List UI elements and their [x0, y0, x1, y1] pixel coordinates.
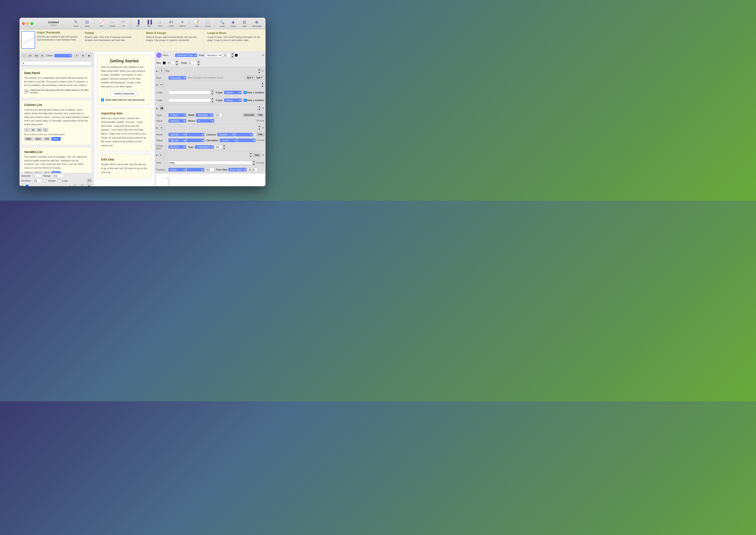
toolbar-plot[interactable]: 📈 Plot	[96, 19, 106, 28]
size-select[interactable]: Automatic	[169, 76, 186, 80]
save-icon[interactable]: 💾	[87, 178, 92, 183]
draw-x-numbers-checkbox[interactable]	[244, 91, 247, 94]
loop-checkbox[interactable]	[58, 179, 61, 182]
panel-view-list[interactable]: ≡	[74, 54, 79, 58]
bars-section-toggle[interactable]: ▶ ▐▐ ▲ ▼ ⚙ Type: X Bars	[155, 104, 265, 124]
rows-down[interactable]: ▼	[258, 128, 261, 131]
position-coords[interactable]	[205, 168, 214, 171]
bars-width-input[interactable]	[214, 113, 222, 117]
rows-up[interactable]: ▲	[258, 125, 261, 128]
text-hide-btn[interactable]: Hide	[253, 154, 261, 157]
range-input[interactable]	[53, 174, 64, 178]
duration-input[interactable]	[33, 179, 42, 183]
close-button[interactable]	[22, 22, 25, 25]
rows-hide-btn[interactable]: Hide	[256, 133, 264, 136]
y-title-down[interactable]: ▼	[211, 100, 214, 103]
x-type-select[interactable]: Linear	[224, 91, 242, 94]
toolbar-draw[interactable]: ✎ Draw	[71, 19, 81, 28]
pen-color-dot[interactable]	[163, 62, 166, 64]
rows-type-up[interactable]: ▲	[223, 144, 226, 147]
pen-input[interactable]	[167, 61, 175, 65]
panel-toolbar-icon4[interactable]: 01	[40, 54, 45, 58]
title-down[interactable]: ▼	[258, 71, 261, 74]
columns-stepper-select[interactable]	[235, 133, 253, 136]
font-size-up[interactable]: ▲	[231, 52, 234, 55]
bars-hide-btn[interactable]: Hide	[256, 113, 264, 117]
axis-section-toggle[interactable]: ▶ XY ▲ ▼ X title: ▲ ▼	[155, 81, 265, 104]
rows-type-down[interactable]: ▼	[223, 147, 226, 150]
main-gear-icon[interactable]: ⚙	[262, 54, 264, 57]
panel-toolbar-icon2[interactable]: ab	[27, 54, 33, 58]
position-coords2[interactable]	[247, 168, 257, 171]
toolbar-legend[interactable]: ≡ Legend	[177, 19, 187, 28]
toolbar-loupe[interactable]: 🔍 Loupe	[217, 19, 227, 28]
pen-up[interactable]: ▲	[175, 60, 178, 63]
toolbar-bar[interactable]: ▐ Bar	[133, 19, 143, 28]
play-button[interactable]: ▶	[73, 184, 78, 186]
toolbar-data[interactable]: ⊟ Data	[239, 19, 249, 28]
slider-btn-1[interactable]: Slider	[24, 137, 33, 141]
rows-toggle-row[interactable]: ▶ ⊟ ▲ ▼ ⚙	[155, 124, 265, 132]
toolbar-group[interactable]: ⬚ Group	[203, 19, 213, 28]
other-btn-2[interactable]: Other:	[51, 171, 61, 173]
text-up[interactable]: ▲	[249, 152, 252, 155]
pen-down[interactable]: ▼	[175, 63, 178, 66]
font-size-input[interactable]	[223, 53, 230, 57]
x-title-down[interactable]: ▼	[211, 93, 214, 96]
title-gear-icon[interactable]: ⚙	[262, 70, 264, 72]
animate-input[interactable]	[33, 174, 41, 178]
draw-y-numbers-checkbox[interactable]	[244, 99, 247, 102]
panel-speaker[interactable]: ◉	[87, 54, 92, 58]
panel-toolbar-icon3[interactable]: f(x)	[34, 54, 39, 58]
community-button[interactable]: Online Community	[110, 91, 138, 96]
toolbar-pivot[interactable]: ↕ Pivot	[155, 19, 165, 28]
rows-select[interactable]: Specify...	[169, 133, 186, 136]
graph-thumbnail[interactable]	[21, 31, 35, 49]
font-family-select[interactable]: Helvetica	[204, 53, 222, 57]
maximize-button[interactable]	[31, 22, 33, 25]
text-val-up[interactable]: ▲	[252, 160, 255, 163]
rows-type-select[interactable]: X Standard	[195, 145, 214, 149]
x-title-input[interactable]	[169, 91, 211, 94]
text-input[interactable]	[169, 161, 252, 164]
font-size-down[interactable]: ▼	[231, 55, 234, 58]
text-btn-2[interactable]: Text	[43, 171, 50, 173]
bars-where-select[interactable]: #	[197, 119, 214, 123]
position-stepper-select[interactable]	[187, 168, 204, 171]
bars-type-select[interactable]: X Bars	[169, 113, 186, 117]
bars-value-select[interactable]: Nothing	[169, 119, 186, 123]
point-up[interactable]: ▲	[197, 60, 200, 63]
anim-slider[interactable]	[25, 184, 68, 186]
toolbar-add-graph[interactable]: ⊕ Add Graph	[251, 19, 263, 28]
title-up[interactable]: ▲	[258, 68, 261, 71]
bars-down[interactable]: ▼	[258, 108, 261, 111]
toolbar-fit[interactable]: 〰 Fit	[119, 19, 128, 28]
rows-value-stepper-select[interactable]	[187, 139, 204, 142]
bars-automatic-btn[interactable]: Automatic	[243, 113, 256, 117]
search-input[interactable]	[21, 61, 92, 65]
panel-view-grid[interactable]: ⊞	[80, 54, 86, 58]
title-section-toggle[interactable]: ▶ T Title: ▲ ▼ ⚙ Size: Automatic	[155, 67, 265, 81]
y-type-select[interactable]: Linear	[224, 99, 242, 102]
toolbar-note[interactable]: 📝 Note	[192, 19, 202, 28]
font-select[interactable]: Common Font	[175, 53, 197, 57]
other-select[interactable]	[54, 54, 72, 57]
slider-btn-2[interactable]: Slider	[24, 171, 33, 173]
text-btn-1[interactable]: Text	[43, 137, 50, 141]
y-title-up[interactable]: ▲	[211, 97, 214, 100]
bars-up[interactable]: ▲	[258, 105, 261, 108]
toolbar-bars[interactable]: ▐▐ Bars	[144, 19, 154, 28]
rows-gear-icon[interactable]: ⚙	[262, 126, 264, 129]
other-btn-1[interactable]: Other:	[51, 137, 61, 141]
position-select[interactable]: Inside	[169, 168, 186, 171]
y-title-input[interactable]	[169, 99, 211, 102]
rows-type-number[interactable]	[215, 145, 223, 149]
value-btn-1[interactable]: Value	[34, 137, 42, 141]
split-y-btn[interactable]: Split Y	[255, 76, 264, 80]
toolbar-label2[interactable]: 🏷 Label	[166, 19, 176, 28]
rows-value-select[interactable]: Specify...	[169, 139, 186, 142]
text-down[interactable]: ▼	[249, 155, 252, 158]
bars-gear-icon[interactable]: ⚙	[262, 107, 264, 110]
value-btn-2[interactable]: Value	[34, 171, 42, 173]
point-down[interactable]: ▼	[197, 63, 200, 66]
